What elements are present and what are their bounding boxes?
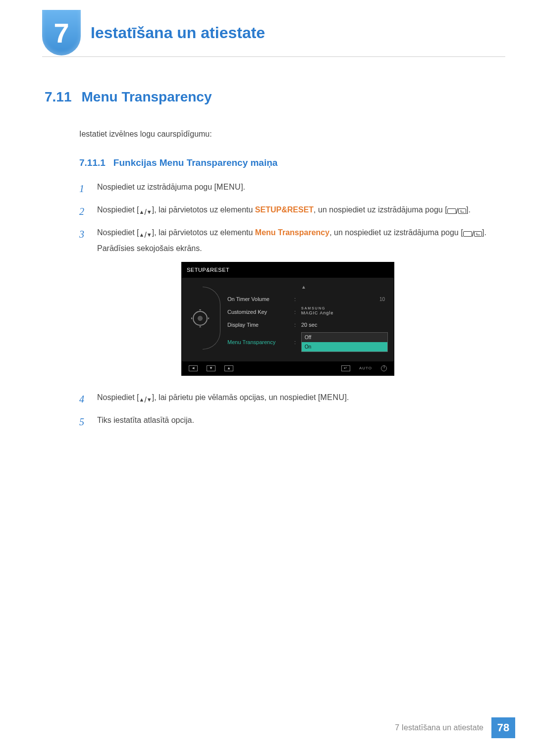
up-down-icon: ▲/▼ <box>139 228 152 242</box>
osd-label: On Timer Volume <box>227 295 294 304</box>
step-4: 4 Nospiediet [▲/▼], lai pārietu pie vēla… <box>79 391 505 407</box>
step-body: Nospiediet [▲/▼], lai pārvietotos uz ele… <box>97 226 505 385</box>
power-icon <box>381 365 387 371</box>
step-body: Nospiediet [▲/▼], lai pārietu pie vēlamā… <box>97 391 505 407</box>
section-intro: Iestatiet izvēlnes logu caurspīdīgumu: <box>79 130 505 139</box>
enter-icon <box>474 231 482 237</box>
step-number: 5 <box>79 413 97 430</box>
step-body: Tiks iestatīta atlasītā opcija. <box>97 413 505 430</box>
osd-rows: ▲ On Timer Volume : 10 Customized Key : <box>218 283 394 353</box>
step-body: Nospiediet uz izstrādājuma pogu [MENU]. <box>97 180 505 197</box>
step-number: 1 <box>79 180 97 197</box>
menu-button-label: MENU <box>320 393 344 402</box>
osd-row-display-time: Display Time : 20 sec <box>218 319 388 331</box>
subsection-title: Funkcijas Menu Transparency maiņa <box>113 157 278 168</box>
page-header: 7 Iestatīšana un atiestate <box>42 10 505 57</box>
step-body: Nospiediet [▲/▼], lai pārvietotos uz ele… <box>97 203 505 220</box>
osd-row-timer-volume: On Timer Volume : 10 <box>218 293 388 305</box>
osd-value: 10 <box>379 295 388 303</box>
enter-icon: ↵ <box>341 365 350 371</box>
osd-row-customized-key: Customized Key : SAMSUNG MAGIC Angle <box>218 305 388 319</box>
step-3: 3 Nospiediet [▲/▼], lai pārvietotos uz e… <box>79 226 505 385</box>
step-number: 2 <box>79 203 97 220</box>
nav-up-icon: ▲ <box>224 365 233 371</box>
osd-body: ▲ On Timer Volume : 10 Customized Key : <box>182 278 394 361</box>
highlight-menu-transparency: Menu Transparency <box>255 228 329 237</box>
menu-button-label: MENU <box>216 183 241 191</box>
content-area: 7.11Menu Transparency Iestatiet izvēlnes… <box>45 89 505 436</box>
step-number: 3 <box>79 226 97 385</box>
dropdown-option-on: On <box>302 342 387 352</box>
footer-page-number: 78 <box>491 717 515 738</box>
nav-down-icon: ▼ <box>207 365 215 371</box>
nav-left-icon: ◄ <box>189 365 198 371</box>
footer-chapter-ref: 7 Iestatīšana un atiestate <box>387 717 491 738</box>
osd-label: Display Time <box>227 320 294 330</box>
source-enter-icon: / <box>463 227 482 241</box>
section-heading: 7.11Menu Transparency <box>45 89 505 105</box>
enter-icon <box>458 208 466 214</box>
scroll-up-icon: ▲ <box>218 283 388 291</box>
subsection-number: 7.11.1 <box>79 157 106 168</box>
up-down-icon: ▲/▼ <box>139 205 152 219</box>
osd-icon-column <box>182 283 218 353</box>
osd-label: Customized Key <box>227 307 294 317</box>
osd-screenshot: SETUP&RESET ▲ On Timer Volume : <box>181 262 394 376</box>
step-number: 4 <box>79 391 97 407</box>
section-title: Menu Transparency <box>82 89 212 104</box>
step-list: 1 Nospiediet uz izstrādājuma pogu [MENU]… <box>79 180 505 430</box>
rect-icon <box>463 231 472 237</box>
osd-footer: ◄ ▼ ▲ ↵ AUTO <box>182 361 394 375</box>
highlight-setup-reset: SETUP&RESET <box>255 205 314 214</box>
section-number: 7.11 <box>45 89 72 104</box>
osd-row-menu-transparency: Menu Transparency : Off On <box>218 331 388 353</box>
step-2: 2 Nospiediet [▲/▼], lai pārvietotos uz e… <box>79 203 505 220</box>
auto-label: AUTO <box>359 365 372 372</box>
osd-dropdown: Off On <box>301 332 388 352</box>
step-1: 1 Nospiediet uz izstrādājuma pogu [MENU]… <box>79 180 505 197</box>
page-footer: 7 Iestatīšana un atiestate 78 <box>387 717 515 738</box>
source-enter-icon: / <box>447 204 466 218</box>
dropdown-option-off: Off <box>302 333 387 342</box>
chapter-number-badge: 7 <box>42 10 81 55</box>
up-down-icon: ▲/▼ <box>139 393 152 406</box>
osd-label: Menu Transparency <box>227 338 294 347</box>
osd-value: SAMSUNG MAGIC Angle <box>301 307 388 317</box>
rect-icon <box>447 208 456 214</box>
arc-decoration <box>203 287 220 350</box>
chapter-title: Iestatīšana un atiestate <box>91 24 265 42</box>
step-5: 5 Tiks iestatīta atlasītā opcija. <box>79 413 505 430</box>
osd-title: SETUP&RESET <box>182 262 394 278</box>
subsection-heading: 7.11.1Funkcijas Menu Transparency maiņa <box>79 157 505 168</box>
osd-value: 20 sec <box>301 320 388 330</box>
